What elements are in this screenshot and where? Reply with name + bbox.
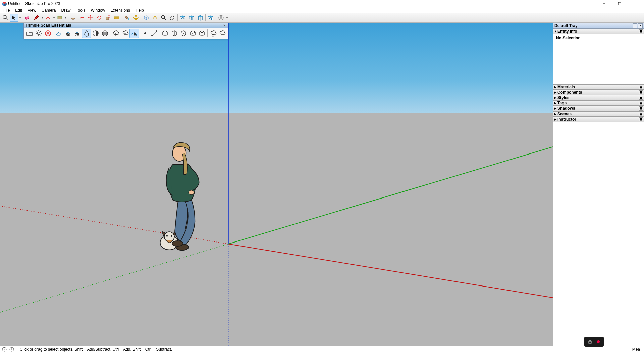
- hex-b-icon[interactable]: [170, 29, 179, 38]
- menu-help[interactable]: Help: [133, 8, 147, 13]
- window-title: Untitled - SketchUp Pro 2023: [8, 1, 596, 6]
- floating-titlebar[interactable]: Trimble Scan Essentials ×: [24, 23, 228, 28]
- scan-75-icon[interactable]: 75: [72, 29, 82, 38]
- user-icon[interactable]: [217, 14, 225, 22]
- rect-dropdown-icon[interactable]: ▾: [64, 14, 67, 22]
- viewport-3d[interactable]: [0, 23, 553, 346]
- svg-rect-1: [618, 2, 621, 5]
- maximize-button[interactable]: [612, 0, 627, 7]
- close-circle-icon[interactable]: [43, 29, 52, 38]
- paint-icon[interactable]: [123, 14, 131, 22]
- rectangle-icon[interactable]: [55, 14, 64, 22]
- magnify-icon[interactable]: [1, 14, 10, 22]
- panel-toggle-icon[interactable]: ▣: [639, 106, 643, 111]
- statusbar: ? i Click or drag to select objects. Shi…: [0, 346, 644, 352]
- select-tool-icon[interactable]: [10, 14, 18, 22]
- scale-icon[interactable]: [104, 14, 112, 22]
- panel-components[interactable]: ▶Components▣: [553, 90, 644, 95]
- tray-pin-icon[interactable]: ▢: [633, 23, 637, 28]
- svg-point-16: [133, 17, 138, 19]
- help-icon[interactable]: ?: [2, 347, 7, 352]
- panel-materials[interactable]: ▶Materials▣: [553, 84, 644, 90]
- eraser-icon[interactable]: [23, 14, 32, 22]
- panel-toggle-icon[interactable]: ▣: [639, 85, 643, 89]
- panel-shadows[interactable]: ▶Shadows▣: [553, 106, 644, 111]
- pushpull-icon[interactable]: [69, 14, 77, 22]
- panel-tags[interactable]: ▶Tags▣: [553, 100, 644, 106]
- hex-e-icon[interactable]: [198, 29, 207, 38]
- shade-icon[interactable]: [100, 29, 109, 38]
- tray-header[interactable]: Default Tray ▢ ×: [553, 23, 644, 29]
- droplet-icon[interactable]: [82, 29, 91, 38]
- arc-icon[interactable]: [44, 14, 52, 22]
- layers-a-icon[interactable]: [178, 14, 187, 22]
- followme-icon[interactable]: [77, 14, 86, 22]
- floating-close-icon[interactable]: ×: [222, 23, 226, 27]
- minimize-button[interactable]: [596, 0, 612, 7]
- tray-close-icon[interactable]: ×: [638, 23, 643, 28]
- scan-essentials-toolbar[interactable]: Trimble Scan Essentials × 50 75: [23, 23, 228, 39]
- orbit-icon[interactable]: [131, 14, 140, 22]
- panel-toggle-icon[interactable]: ▣: [639, 101, 643, 105]
- zoom-extents-icon[interactable]: [168, 14, 177, 22]
- cloud-up-icon[interactable]: [120, 29, 129, 38]
- cloud-sync-icon[interactable]: [218, 29, 227, 38]
- menu-window[interactable]: Window: [88, 8, 108, 13]
- layers-b-icon[interactable]: [187, 14, 196, 22]
- zoom-icon[interactable]: [159, 14, 168, 22]
- menu-file[interactable]: File: [1, 8, 12, 13]
- panel-toggle-icon[interactable]: ▣: [639, 90, 643, 94]
- close-button[interactable]: [627, 0, 643, 7]
- line-icon[interactable]: [150, 29, 159, 38]
- pencil-dropdown-icon[interactable]: ▾: [41, 14, 44, 22]
- section-icon[interactable]: [142, 14, 151, 22]
- svg-line-29: [228, 147, 553, 244]
- menu-edit[interactable]: Edit: [12, 8, 25, 13]
- scan-view-icon[interactable]: [54, 29, 63, 38]
- point-icon[interactable]: [141, 29, 150, 38]
- contrast-icon[interactable]: [91, 29, 100, 38]
- layers-c-icon[interactable]: [196, 14, 205, 22]
- panel-instructor[interactable]: ▶Instructor▣: [553, 117, 644, 122]
- menu-view[interactable]: View: [25, 8, 39, 13]
- scan-select-icon[interactable]: [129, 29, 139, 38]
- system-tray-overlay[interactable]: [584, 337, 604, 347]
- hex-c-icon[interactable]: [179, 29, 188, 38]
- arc-dropdown-icon[interactable]: ▾: [52, 14, 55, 22]
- svg-point-74: [597, 340, 600, 343]
- hex-d-icon[interactable]: [188, 29, 197, 38]
- user-dropdown-icon[interactable]: ▾: [225, 14, 228, 22]
- hex-a-icon[interactable]: [161, 29, 170, 38]
- svg-line-67: [191, 32, 195, 35]
- select-dropdown-icon[interactable]: ▾: [18, 14, 21, 22]
- panel-toggle-icon[interactable]: ▣: [639, 96, 643, 100]
- entity-info-status: No Selection: [556, 36, 581, 40]
- panel-toggle-icon[interactable]: ▣: [639, 112, 643, 116]
- tape-icon[interactable]: [112, 14, 121, 22]
- rotate-icon[interactable]: [95, 14, 104, 22]
- panel-toggle-icon[interactable]: ▣: [639, 29, 643, 33]
- svg-line-5: [6, 18, 8, 20]
- menu-draw[interactable]: Draw: [59, 8, 73, 13]
- panel-entity-info[interactable]: ▼ Entity Info ▣: [553, 29, 644, 34]
- folder-icon[interactable]: [25, 29, 34, 38]
- pencil-icon[interactable]: [32, 14, 41, 22]
- separator: [160, 29, 160, 37]
- menu-extensions[interactable]: Extensions: [108, 8, 133, 13]
- gear-icon[interactable]: [34, 29, 43, 38]
- axes-and-model: [0, 23, 553, 346]
- move-icon[interactable]: [86, 14, 95, 22]
- menu-tools[interactable]: Tools: [73, 8, 88, 13]
- panel-scenes[interactable]: ▶Scenes▣: [553, 111, 644, 117]
- menu-camera[interactable]: Camera: [39, 8, 59, 13]
- svg-rect-7: [58, 16, 62, 19]
- cloud-refresh-icon[interactable]: [208, 29, 217, 38]
- info-icon[interactable]: i: [9, 347, 14, 352]
- scan-50-icon[interactable]: 50: [63, 29, 72, 38]
- tray-empty-area: [553, 122, 644, 346]
- outliner-icon[interactable]: [151, 14, 159, 22]
- cloud-down-icon[interactable]: [111, 29, 120, 38]
- panel-styles[interactable]: ▶Styles▣: [553, 95, 644, 100]
- panel-toggle-icon[interactable]: ▣: [639, 117, 643, 121]
- layers-d-icon[interactable]: [206, 14, 215, 22]
